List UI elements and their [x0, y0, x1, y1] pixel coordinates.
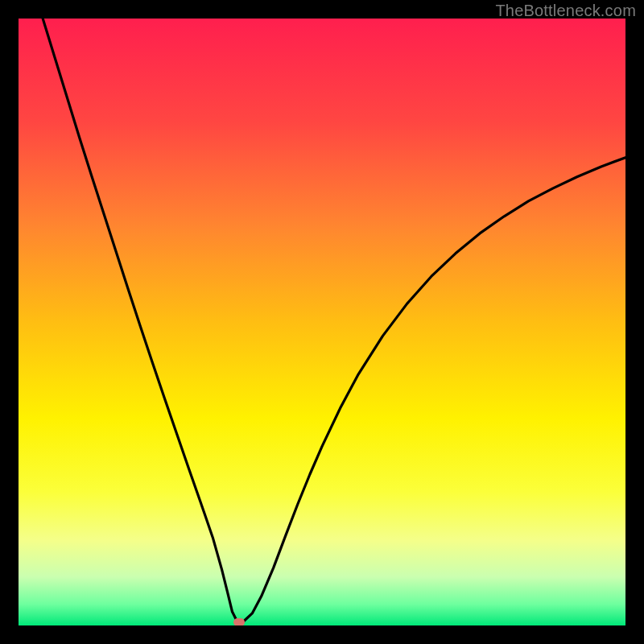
watermark-text: TheBottleneck.com [495, 2, 636, 20]
minimum-marker [233, 618, 245, 625]
bottleneck-curve [19, 19, 625, 625]
plot-area [19, 19, 625, 625]
chart-frame: TheBottleneck.com [0, 0, 644, 644]
